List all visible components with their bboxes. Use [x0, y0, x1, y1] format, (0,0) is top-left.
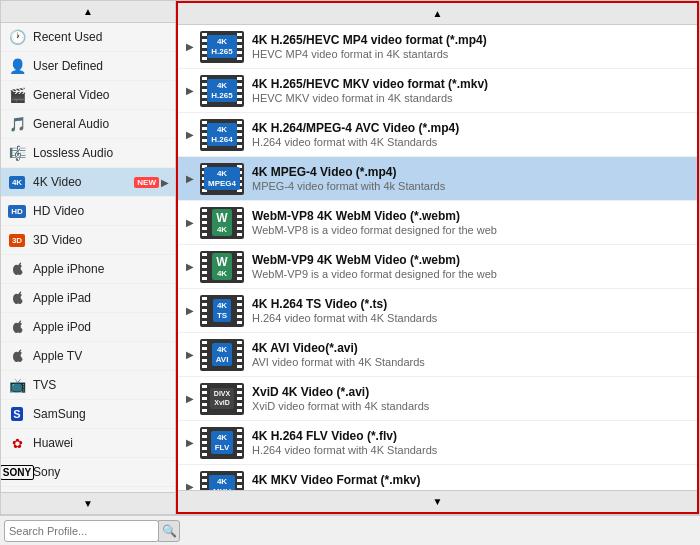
format-item-4k-h264-avc[interactable]: ▶4KH.2644K H.264/MPEG-4 AVC Video (*.mp4…: [178, 113, 697, 157]
format-title: WebM-VP8 4K WebM Video (*.webm): [252, 209, 689, 223]
sidebar-scroll-down[interactable]: ▼: [1, 492, 175, 514]
format-item-4k-mkv[interactable]: ▶4KMKV4K MKV Video Format (*.mkv)MKV vid…: [178, 465, 697, 490]
format-title: 4K H.264 TS Video (*.ts): [252, 297, 689, 311]
format-desc: WebM-VP8 is a video format designed for …: [252, 224, 689, 236]
user-icon: 👤: [7, 56, 27, 76]
formats-scroll-up[interactable]: ▲: [178, 3, 697, 25]
format-arrow-icon: ▶: [186, 261, 194, 272]
format-title: XviD 4K Video (*.avi): [252, 385, 689, 399]
format-text: 4K AVI Video(*.avi)AVI video format with…: [252, 341, 689, 368]
format-badge-text: W4K: [212, 253, 231, 281]
format-item-webm-vp9[interactable]: ▶W4KWebM-VP9 4K WebM Video (*.webm)WebM-…: [178, 245, 697, 289]
format-item-4k-ts[interactable]: ▶4KTS4K H.264 TS Video (*.ts)H.264 video…: [178, 289, 697, 333]
sidebar-item-general-audio[interactable]: 🎵General Audio: [1, 110, 175, 139]
sidebar-item-label: Recent Used: [33, 30, 169, 44]
format-title: 4K H.264/MPEG-4 AVC Video (*.mp4): [252, 121, 689, 135]
down-arrow-icon: ▼: [83, 498, 93, 509]
sidebar-item-huawei[interactable]: ✿Huawei: [1, 429, 175, 458]
format-text: 4K MKV Video Format (*.mkv)MKV video for…: [252, 473, 689, 490]
format-badge: 4KH.265: [200, 75, 244, 107]
format-badge: W4K: [200, 251, 244, 283]
format-badge: 4KMPEG4: [200, 163, 244, 195]
format-badge-text: 4KFLV: [211, 431, 234, 454]
sony-icon: SONY: [7, 462, 27, 482]
format-desc: HEVC MKV video format in 4K standards: [252, 92, 689, 104]
sidebar-item-tvs[interactable]: 📺TVS: [1, 371, 175, 400]
sidebar-item-3d-video[interactable]: 3D3D Video: [1, 226, 175, 255]
sidebar-item-hd-video[interactable]: HDHD Video: [1, 197, 175, 226]
sidebar-item-label: General Audio: [33, 117, 169, 131]
format-badge: 4KAVI: [200, 339, 244, 371]
format-badge: 4KMKV: [200, 471, 244, 491]
sidebar-item-label: General Video: [33, 88, 169, 102]
sidebar-item-lossless-audio[interactable]: 🎼Lossless Audio: [1, 139, 175, 168]
format-desc: HEVC MP4 video format in 4K stantards: [252, 48, 689, 60]
format-title: 4K AVI Video(*.avi): [252, 341, 689, 355]
format-title: 4K H.265/HEVC MKV video format (*.mkv): [252, 77, 689, 91]
sidebar-item-label: Apple iPod: [33, 320, 169, 334]
sidebar-item-sony[interactable]: SONYSony: [1, 458, 175, 487]
sidebar-item-label: 3D Video: [33, 233, 169, 247]
format-title: 4K H.264 FLV Video (*.flv): [252, 429, 689, 443]
sidebar-list: 🕐Recent Used👤User Defined🎬General Video🎵…: [1, 23, 175, 492]
samsung-icon: S: [7, 404, 27, 424]
format-text: 4K H.264 TS Video (*.ts)H.264 video form…: [252, 297, 689, 324]
format-title: WebM-VP9 4K WebM Video (*.webm): [252, 253, 689, 267]
formats-list: ▶4KH.2654K H.265/HEVC MP4 video format (…: [178, 25, 697, 490]
sidebar-scroll-up[interactable]: ▲: [1, 1, 175, 23]
sidebar-item-label: Apple iPad: [33, 291, 169, 305]
apple-icon: [7, 346, 27, 366]
format-text: XviD 4K Video (*.avi)XviD video format w…: [252, 385, 689, 412]
sidebar-item-apple-ipad[interactable]: Apple iPad: [1, 284, 175, 313]
format-item-webm-vp8[interactable]: ▶W4KWebM-VP8 4K WebM Video (*.webm)WebM-…: [178, 201, 697, 245]
format-desc: WebM-VP9 is a video format designed for …: [252, 268, 689, 280]
sidebar-item-label: Apple iPhone: [33, 262, 169, 276]
format-desc: H.264 video format with 4K Standards: [252, 444, 689, 456]
3d-icon: 3D: [7, 230, 27, 250]
hd-icon: HD: [7, 201, 27, 221]
sidebar-item-general-video[interactable]: 🎬General Video: [1, 81, 175, 110]
clock-icon: 🕐: [7, 27, 27, 47]
format-item-4k-mpeg4[interactable]: ▶4KMPEG44K MPEG-4 Video (*.mp4)MPEG-4 vi…: [178, 157, 697, 201]
format-badge: DIVXXviD: [200, 383, 244, 415]
search-bar: 🔍: [0, 515, 700, 545]
new-badge: NEW: [134, 177, 159, 188]
format-item-4k-flv[interactable]: ▶4KFLV4K H.264 FLV Video (*.flv)H.264 vi…: [178, 421, 697, 465]
format-badge-text: 4KH.265: [207, 79, 236, 102]
format-badge: W4K: [200, 207, 244, 239]
format-item-4k-avi[interactable]: ▶4KAVI4K AVI Video(*.avi)AVI video forma…: [178, 333, 697, 377]
format-text: 4K H.265/HEVC MKV video format (*.mkv)HE…: [252, 77, 689, 104]
format-item-4k-h265-mp4[interactable]: ▶4KH.2654K H.265/HEVC MP4 video format (…: [178, 25, 697, 69]
sidebar-item-apple-ipod[interactable]: Apple iPod: [1, 313, 175, 342]
sidebar-item-samsung[interactable]: SSamSung: [1, 400, 175, 429]
video-icon: 🎬: [7, 85, 27, 105]
huawei-icon: ✿: [7, 433, 27, 453]
search-input[interactable]: [4, 520, 159, 542]
sidebar-item-apple-iphone[interactable]: Apple iPhone: [1, 255, 175, 284]
sidebar-item-recent-used[interactable]: 🕐Recent Used: [1, 23, 175, 52]
format-title: 4K MKV Video Format (*.mkv): [252, 473, 689, 487]
4k-icon: 4K: [7, 172, 27, 192]
format-badge-text: 4KMKV: [209, 475, 235, 490]
format-desc: H.264 video format with 4K Standards: [252, 136, 689, 148]
format-item-4k-h265-mkv[interactable]: ▶4KH.2654K H.265/HEVC MKV video format (…: [178, 69, 697, 113]
sidebar-item-apple-tv[interactable]: Apple TV: [1, 342, 175, 371]
sidebar-item-label: Sony: [33, 465, 169, 479]
format-badge-text: 4KH.264: [207, 123, 236, 146]
format-badge: 4KH.264: [200, 119, 244, 151]
apple-icon: [7, 259, 27, 279]
format-desc: XviD video format with 4K standards: [252, 400, 689, 412]
sidebar-expand-icon: ▶: [161, 177, 169, 188]
format-arrow-icon: ▶: [186, 305, 194, 316]
format-arrow-icon: ▶: [186, 173, 194, 184]
sidebar-item-user-defined[interactable]: 👤User Defined: [1, 52, 175, 81]
sidebar-item-4k-video[interactable]: 4K4K VideoNEW▶: [1, 168, 175, 197]
format-arrow-icon: ▶: [186, 349, 194, 360]
formats-scroll-down[interactable]: ▼: [178, 490, 697, 512]
search-button[interactable]: 🔍: [158, 520, 180, 542]
format-badge-text: 4KTS: [213, 299, 231, 322]
format-badge-text: 4KMPEG4: [204, 167, 240, 190]
format-text: 4K MPEG-4 Video (*.mp4)MPEG-4 video form…: [252, 165, 689, 192]
format-item-xvid-4k[interactable]: ▶DIVXXviDXviD 4K Video (*.avi)XviD video…: [178, 377, 697, 421]
format-arrow-icon: ▶: [186, 217, 194, 228]
